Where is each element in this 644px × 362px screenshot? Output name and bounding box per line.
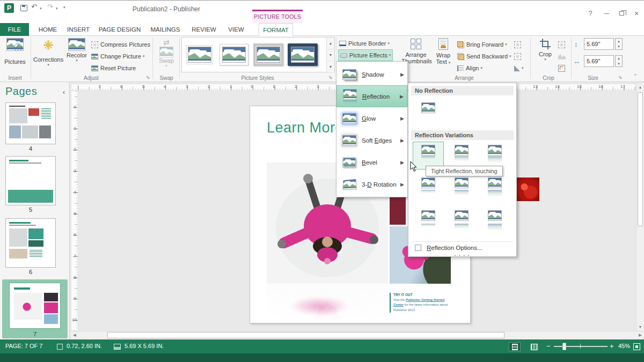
- page-thumbnail-7-selected[interactable]: 7: [2, 279, 68, 338]
- corrections-button[interactable]: Corrections ▾: [33, 38, 63, 67]
- reflection-variation[interactable]: [446, 207, 477, 235]
- zoom-level[interactable]: 45%: [618, 343, 630, 349]
- tryout-text-block[interactable]: TRY IT OUT Visit the Publisher Getting S…: [390, 293, 453, 313]
- picture-effects-button[interactable]: Picture Effects ▾: [338, 49, 393, 61]
- picture-style-1[interactable]: [184, 40, 215, 69]
- gallery-scroll-down-icon[interactable]: ▼: [327, 49, 334, 61]
- recolor-button[interactable]: Recolor ▾: [64, 38, 89, 63]
- picture-border-button[interactable]: Picture Border ▾: [339, 38, 390, 49]
- size-dialog-launcher[interactable]: ⇘: [618, 75, 623, 80]
- undo-dropdown-icon[interactable]: ▾: [40, 6, 42, 11]
- wrap-text-button[interactable]: WrapText ▾: [431, 38, 455, 65]
- arrange-thumbnails-button[interactable]: ArrangeThumbnails: [401, 38, 430, 64]
- tab-mailings[interactable]: MAILINGS: [147, 23, 184, 36]
- status-object-size[interactable]: 5.69 X 5.69 IN.: [125, 343, 164, 349]
- reset-picture-button[interactable]: Reset Picture: [91, 63, 136, 73]
- menu-item-reflection[interactable]: Reflection ▶: [336, 85, 407, 107]
- bring-forward-button[interactable]: Bring Forward ▾: [457, 39, 507, 50]
- group-objects-button[interactable]: [514, 39, 521, 50]
- zoom-slider-thumb[interactable]: [562, 343, 566, 350]
- change-picture-button[interactable]: Change Picture ▾: [91, 51, 144, 62]
- send-backward-button[interactable]: Send Backward ▾: [457, 51, 511, 62]
- scroll-up-icon[interactable]: ▲: [636, 84, 644, 91]
- restore-button[interactable]: [616, 9, 627, 18]
- picture-style-4[interactable]: [287, 40, 318, 69]
- menu-item-bevel[interactable]: Bevel ▶: [336, 151, 407, 173]
- gallery-scroll-up-icon[interactable]: ▲: [327, 38, 334, 49]
- shape-height-input[interactable]: [584, 38, 614, 50]
- rotate-objects-button[interactable]: ▾: [514, 63, 524, 73]
- page-heading-text[interactable]: Learn More: [267, 120, 343, 136]
- group-separator: [571, 38, 572, 79]
- align-button[interactable]: Align ▾: [457, 63, 482, 73]
- reflection-variation[interactable]: [446, 174, 477, 202]
- crop-to-shape-button[interactable]: [558, 51, 566, 62]
- tab-review[interactable]: REVIEW: [188, 23, 220, 36]
- shape-width-spinner[interactable]: ▲▼: [615, 55, 623, 67]
- crop-to-picture-button[interactable]: [558, 39, 565, 50]
- pages-panel-collapse-icon[interactable]: ‹: [63, 88, 65, 96]
- menu-resize-handle[interactable]: • • • •: [408, 253, 516, 257]
- adjust-dialog-launcher[interactable]: ⇘: [146, 75, 150, 80]
- menu-item-3d-rotation[interactable]: 3-D Rotation ▶: [336, 173, 407, 195]
- reflection-variation[interactable]: [479, 207, 510, 235]
- zoom-slider-track[interactable]: [554, 346, 608, 347]
- picture-border-icon: [339, 41, 346, 46]
- pictures-button[interactable]: Pictures: [2, 38, 28, 65]
- pasteboard-flower-image[interactable]: [516, 178, 539, 201]
- save-icon[interactable]: [20, 5, 27, 11]
- vertical-scrollbar[interactable]: ▲ ▼: [636, 84, 644, 331]
- horizontal-scrollbar[interactable]: ◀ ▶: [71, 331, 644, 339]
- collapse-ribbon-icon[interactable]: ⌃: [633, 73, 638, 79]
- change-picture-dropdown-icon: ▾: [143, 54, 145, 58]
- crop-button[interactable]: Crop ▾: [535, 38, 556, 62]
- shape-width-input[interactable]: [584, 55, 614, 67]
- tab-format[interactable]: FORMAT: [259, 23, 293, 36]
- zoom-out-button[interactable]: −: [546, 342, 551, 350]
- crop-fit-button[interactable]: [558, 63, 565, 73]
- tab-home[interactable]: HOME: [35, 23, 60, 36]
- reflection-variation[interactable]: [479, 174, 510, 202]
- compress-pictures-button[interactable]: Compress Pictures: [91, 39, 150, 50]
- gallery-more-icon[interactable]: ▼: [327, 61, 334, 73]
- reflection-variation[interactable]: [413, 207, 444, 235]
- fit-page-button[interactable]: [633, 343, 640, 350]
- help-button[interactable]: ?: [585, 9, 596, 18]
- single-page-view-button[interactable]: [509, 342, 521, 351]
- close-button[interactable]: ×: [631, 9, 642, 18]
- tab-view[interactable]: VIEW: [223, 23, 249, 36]
- vertical-ruler[interactable]: 0 1 2 3 4 5 6 7 8 9 10: [71, 91, 78, 331]
- page-thumbnail-5[interactable]: [5, 156, 56, 205]
- reflection-variation[interactable]: [413, 174, 444, 202]
- vertical-scroll-thumb[interactable]: [638, 92, 643, 226]
- tab-insert[interactable]: INSERT: [64, 23, 92, 36]
- reflection-options-item[interactable]: Reflection Options...: [412, 241, 513, 253]
- page-thumbnail-4[interactable]: [5, 102, 56, 144]
- picture-style-3[interactable]: [253, 40, 284, 69]
- picture-style-2[interactable]: [218, 40, 250, 69]
- page-thumbnail-6[interactable]: [5, 218, 56, 268]
- redo-button[interactable]: ↷: [47, 3, 53, 11]
- quick-access-customize-icon[interactable]: ▾: [63, 5, 65, 10]
- two-page-spread-button[interactable]: [528, 342, 540, 351]
- scroll-right-icon[interactable]: ▶: [636, 331, 644, 339]
- menu-item-shadow[interactable]: Shadow ▶: [336, 63, 407, 85]
- picture-styles-dialog-launcher[interactable]: ⇘: [328, 75, 333, 80]
- undo-button[interactable]: ↶: [31, 3, 37, 11]
- shape-height-spinner[interactable]: ▲▼: [615, 38, 623, 50]
- status-object-position[interactable]: 0.72, 2.60 IN.: [67, 343, 102, 349]
- tab-file[interactable]: FILE: [0, 23, 29, 36]
- scroll-left-icon[interactable]: ◀: [71, 331, 78, 339]
- reset-picture-icon: [91, 65, 98, 71]
- scroll-down-icon[interactable]: ▼: [636, 323, 644, 331]
- zoom-in-button[interactable]: +: [610, 342, 614, 350]
- horizontal-scroll-thumb[interactable]: [107, 332, 504, 338]
- ungroup-objects-button[interactable]: [514, 51, 521, 62]
- menu-item-glow[interactable]: Glow ▶: [336, 107, 407, 129]
- no-reflection-option[interactable]: [413, 99, 444, 127]
- status-page-indicator[interactable]: PAGE: 7 OF 7: [5, 343, 43, 349]
- wrap-text-dropdown-icon: ▾: [449, 61, 451, 64]
- tab-page-design[interactable]: PAGE DESIGN: [97, 23, 143, 36]
- minimize-button[interactable]: [601, 9, 612, 18]
- menu-item-soft-edges[interactable]: Soft Edges ▶: [336, 129, 407, 151]
